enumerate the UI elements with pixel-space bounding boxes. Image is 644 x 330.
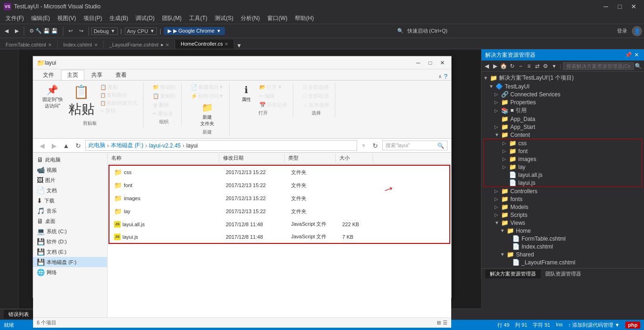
open-btn[interactable]: 📂 打开▼ xyxy=(258,83,289,91)
tree-layui-all-js[interactable]: 📄 layui.all.js xyxy=(484,171,642,179)
sidebar-e-drive[interactable]: 💾 文档 (E:) xyxy=(33,247,107,257)
tree-lay[interactable]: ▷ 📁 lay xyxy=(484,163,642,171)
nav-refresh-btn[interactable]: ↻ xyxy=(73,141,83,151)
select-all-btn[interactable]: ☑ 全部选择 xyxy=(301,83,331,91)
copy-btn[interactable]: 📋 复制 xyxy=(98,83,139,91)
cut-btn[interactable]: ✂ 剪切 xyxy=(98,107,139,115)
tree-solution[interactable]: ▼ 📁 解决方案'TestLayUI'(1 个项目) xyxy=(481,74,644,82)
debug-config-dropdown[interactable]: Debug ▼ xyxy=(91,27,117,35)
invert-select-btn[interactable]: ↔ 反向选择 xyxy=(301,101,331,109)
sidebar-video[interactable]: 📹 视频 xyxy=(33,165,107,175)
col-type[interactable]: 类型 xyxy=(285,154,336,162)
fe-minimize[interactable]: ─ xyxy=(413,58,423,68)
new-folder-btn[interactable]: 📁 新建 文件夹 xyxy=(189,101,226,128)
se-back-btn[interactable]: ◀ xyxy=(483,61,491,71)
tree-layui-js[interactable]: 📄 layui.js xyxy=(484,179,642,187)
pin-btn[interactable]: 📌 固定到"快 达访问" xyxy=(41,83,65,119)
tree-images[interactable]: ▷ 📁 images xyxy=(484,155,642,163)
menu-tools[interactable]: 工具(T) xyxy=(185,13,211,23)
tree-scripts[interactable]: ▷ 📁 Scripts xyxy=(481,211,644,219)
undo-btn[interactable]: ↩ xyxy=(66,27,75,35)
menu-project[interactable]: 项目(P) xyxy=(80,13,106,23)
tree-connected-services[interactable]: ▷ 🔗 Connected Services xyxy=(481,90,644,98)
easy-access-btn[interactable]: ⚡ 轻松访问▼ xyxy=(189,92,226,100)
nav-forward-btn[interactable]: ▶ xyxy=(49,141,59,151)
menu-file[interactable]: 文件(F) xyxy=(2,13,27,23)
rename-btn[interactable]: ✏ 重命名 xyxy=(151,110,177,118)
tree-controllers[interactable]: ▷ 📁 Controllers xyxy=(481,187,644,195)
cpu-dropdown[interactable]: Any CPU ▼ xyxy=(125,27,157,35)
tab-homecontroller-close[interactable]: ✕ xyxy=(224,41,228,47)
file-row-layui[interactable]: JS layui.js 2017/12/8 11:48 JavaScript 文… xyxy=(109,230,449,243)
tree-font[interactable]: ▷ 📁 font xyxy=(484,147,642,155)
tab-index[interactable]: Index.cshtml ✕ xyxy=(58,40,104,49)
menu-window[interactable]: 窗口(W) xyxy=(264,13,291,23)
se-pin-btn[interactable]: 📌 xyxy=(624,51,632,59)
se-tab-solution[interactable]: 解决方案资源管理器 xyxy=(485,269,541,278)
sidebar-f-drive[interactable]: 💾 本地磁盘 (F:) xyxy=(33,257,107,267)
file-row-images[interactable]: 📁 images 2017/12/13 15:22 文件夹 xyxy=(109,192,449,205)
addr-part-1[interactable]: 此电脑 xyxy=(88,141,105,149)
addr-part-4[interactable]: layui xyxy=(186,142,198,149)
tab-index-close[interactable]: ✕ xyxy=(94,42,98,47)
ribbon-collapse[interactable]: ∧ ? xyxy=(438,73,447,80)
se-search-input[interactable] xyxy=(563,62,634,70)
ribbon-tab-view[interactable]: 查看 xyxy=(109,70,133,80)
fe-close[interactable]: ✕ xyxy=(437,58,447,68)
file-row-layui-all[interactable]: JS layui.all.js 2017/12/8 11:48 JavaScri… xyxy=(109,218,449,230)
ribbon-tab-file[interactable]: 文件 xyxy=(37,70,60,80)
tree-index[interactable]: 📄 Index.cshtml xyxy=(481,242,644,250)
se-sync-btn[interactable]: ⇄ xyxy=(534,61,541,71)
menu-analyze[interactable]: 分析(N) xyxy=(237,13,264,23)
close-btn[interactable]: ✕ xyxy=(627,0,640,13)
tab-formtable-close[interactable]: ✕ xyxy=(48,42,52,47)
history-btn[interactable]: 📅 历史记录 xyxy=(258,101,289,109)
tree-layout-frame[interactable]: 📄 _LayoutFrame.cshtml xyxy=(481,258,644,266)
quick-launch[interactable]: 快速启动 (Ctrl+Q) xyxy=(407,27,447,34)
ribbon-tab-home[interactable]: 主页 xyxy=(61,70,84,80)
ribbon-tab-share[interactable]: 共享 xyxy=(85,70,108,80)
address-input[interactable]: 此电脑 › 本地磁盘 (F:) › layui-v2.2.45 › layui xyxy=(85,140,357,151)
se-collapse-btn[interactable]: − xyxy=(517,61,524,71)
addr-part-2[interactable]: 本地磁盘 (F:) xyxy=(111,141,143,149)
tree-references[interactable]: ▷ 📚 ■ 引用 xyxy=(481,106,644,115)
se-forward-btn[interactable]: ▶ xyxy=(492,61,499,71)
se-search-btn[interactable]: 🔍 xyxy=(635,61,642,71)
tree-project[interactable]: ▼ 🔷 TestLayUI xyxy=(481,82,644,90)
move-btn[interactable]: 📁 移动到 xyxy=(151,83,177,91)
se-home-btn[interactable]: 🏠 xyxy=(500,61,508,71)
col-name[interactable]: 名称 xyxy=(108,154,219,162)
sidebar-this-pc[interactable]: 🖥 此电脑 xyxy=(33,155,107,165)
tree-content[interactable]: ▼ 📁 Content xyxy=(481,131,644,139)
paste-shortcut-btn[interactable]: 📋 粘贴快捷方式 xyxy=(98,99,139,107)
nav-up-btn[interactable]: ▲ xyxy=(61,141,71,151)
sidebar-c-drive[interactable]: 💻 系统 (C:) xyxy=(33,226,107,236)
deselect-all-btn[interactable]: ☐ 全部取消 xyxy=(301,92,331,100)
menu-build[interactable]: 生成(B) xyxy=(106,13,132,23)
tree-home[interactable]: ▼ 📁 Home xyxy=(481,227,644,235)
menu-test[interactable]: 测试(S) xyxy=(211,13,237,23)
sidebar-desktop[interactable]: 🖥 桌面 xyxy=(33,216,107,226)
back-btn[interactable]: ◀ xyxy=(2,27,11,35)
copy-path-btn[interactable]: 📋 复制路径 xyxy=(98,91,139,99)
forward-btn[interactable]: ▶ xyxy=(12,27,21,35)
tree-views[interactable]: ▼ 📁 Views xyxy=(481,219,644,227)
login-label[interactable]: 登录 xyxy=(617,27,627,34)
sidebar-docs[interactable]: 📄 文档 xyxy=(33,185,107,195)
se-refresh-btn[interactable]: ↻ xyxy=(508,61,516,71)
tab-layout[interactable]: _LayoutFrame.cshtml ● ✕ xyxy=(104,40,175,49)
menu-edit[interactable]: 编辑(E) xyxy=(27,13,54,23)
file-row-font[interactable]: 📁 font 2017/12/13 15:22 文件夹 xyxy=(109,179,449,192)
se-tab-team[interactable]: 团队资源管理器 xyxy=(541,269,586,278)
restore-btn[interactable]: □ xyxy=(613,0,626,13)
tree-properties[interactable]: ▷ 📁 Properties xyxy=(481,98,644,106)
search-box[interactable]: 搜索"layui" 🔍 xyxy=(382,141,447,150)
file-row-css[interactable]: 📁 css 2017/12/13 15:22 文件夹 xyxy=(109,166,449,179)
props-btn[interactable]: ℹ 属性 xyxy=(237,83,256,109)
nav-back-btn[interactable]: ◀ xyxy=(37,141,47,151)
se-toggle-btn[interactable]: ≡ xyxy=(525,61,533,71)
addr-refresh-btn[interactable]: ↻ xyxy=(370,141,380,151)
menu-debug[interactable]: 调试(D) xyxy=(132,13,158,23)
menu-help[interactable]: 帮助(H) xyxy=(291,13,318,23)
minimize-btn[interactable]: ─ xyxy=(599,0,612,13)
